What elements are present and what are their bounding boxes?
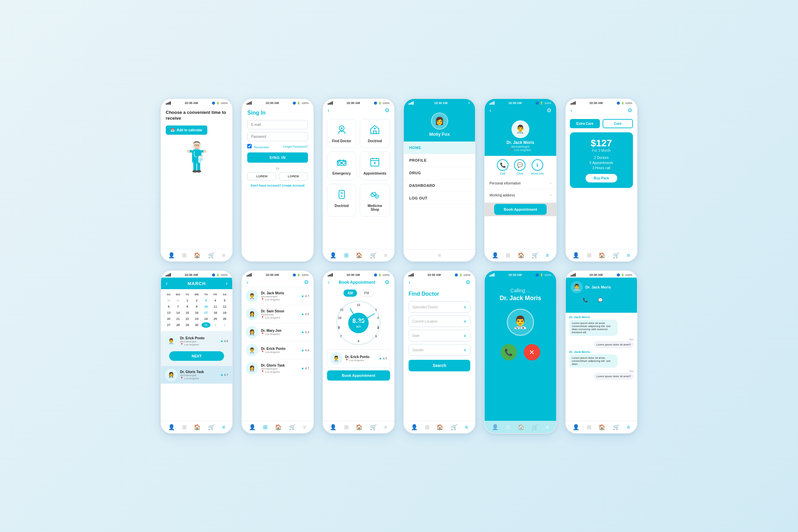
nav-home-10[interactable]: 🏠: [437, 424, 443, 430]
cal-5[interactable]: 5: [220, 298, 229, 303]
cal-31-prev[interactable]: 31: [174, 298, 182, 303]
tab-extra-care[interactable]: Extra Care: [570, 119, 600, 128]
back-icon-5[interactable]: ‹: [489, 107, 491, 114]
menu-item-appointments[interactable]: Appointments: [360, 151, 390, 180]
forget-password-link[interactable]: Forget Password?: [283, 145, 308, 148]
am-button[interactable]: AM: [343, 290, 357, 297]
nav-grid-7[interactable]: ⊞: [182, 424, 187, 430]
cal-8[interactable]: 8: [183, 304, 192, 309]
signin-button[interactable]: SING IN: [247, 152, 308, 163]
nav-profile-5[interactable]: 👤: [492, 252, 499, 258]
nav-grid-3[interactable]: ⊞: [344, 252, 349, 258]
doctor-mary[interactable]: 👩‍⚕️ Dr. Mary Jon 📍 Los Angeles ★4.3: [242, 323, 313, 341]
nav-home-5[interactable]: 🏠: [518, 252, 524, 258]
nav-profile-3[interactable]: 👤: [330, 252, 337, 258]
nav-profile-7[interactable]: 👤: [168, 424, 175, 430]
nav-cart-5[interactable]: 🛒: [532, 252, 538, 258]
nav-home-8[interactable]: 🏠: [275, 424, 282, 430]
nav-menu[interactable]: ≡: [222, 252, 225, 258]
filter-icon-10[interactable]: ⚙: [466, 279, 470, 285]
date-dropdown[interactable]: Date ∨: [409, 330, 470, 341]
nav-cart-8[interactable]: 🛒: [289, 424, 296, 430]
chat-call-button[interactable]: 📞 Call: [581, 295, 590, 309]
nav-menu-6[interactable]: ≡: [627, 252, 630, 258]
nav-home[interactable]: 🏠: [194, 252, 201, 258]
doctor-item-gloris[interactable]: 👩‍⚕️ Dr. Gloris Task dermatologist 📍 Los…: [161, 366, 232, 384]
doctor-item-erick[interactable]: 👨‍⚕️ Dr. Erick Ponto dermatologist 📍 Los…: [165, 333, 228, 349]
personal-info-row[interactable]: Personal information ›: [485, 177, 556, 189]
cal-22[interactable]: 22: [183, 316, 192, 322]
nav-profile-12[interactable]: 👤: [573, 424, 579, 430]
nav-cart-11[interactable]: 🛒: [532, 424, 538, 430]
cal-15[interactable]: 15: [183, 310, 192, 315]
cal-30[interactable]: 30: [164, 298, 173, 303]
nav-menu-9[interactable]: ≡: [384, 424, 387, 430]
cal-25[interactable]: 25: [211, 316, 220, 322]
filter-icon-6[interactable]: ⚙: [627, 107, 632, 114]
filter-icon[interactable]: ⚙: [385, 107, 389, 114]
chat-info-button[interactable]: ℹ More info: [611, 295, 622, 309]
menu-home[interactable]: HOME: [404, 142, 475, 154]
cal-1-next[interactable]: 1: [211, 322, 220, 328]
cal-11[interactable]: 11: [211, 304, 220, 309]
decline-call-button[interactable]: ✕: [524, 344, 540, 360]
doctor-jack[interactable]: 👨‍⚕️ Dr. Jack Moris dermatologist 📍 Los …: [242, 287, 313, 305]
filter-icon-8[interactable]: ⚙: [304, 279, 309, 285]
password-field[interactable]: [247, 132, 308, 141]
nav-profile[interactable]: 👤: [168, 252, 175, 258]
nav-menu-5[interactable]: ≡: [546, 252, 549, 258]
cal-18[interactable]: 18: [211, 310, 220, 315]
cal-30-2[interactable]: 30: [192, 322, 201, 328]
nav-home-9[interactable]: 🏠: [356, 424, 363, 430]
nav-cart-6[interactable]: 🛒: [613, 252, 620, 258]
cal-7[interactable]: 7: [174, 304, 182, 309]
accept-call-button[interactable]: 📞: [501, 344, 517, 360]
doctor-erick-list[interactable]: 👨‍⚕️ Dr. Erick Ponto 📍 Los Angeles ★4.5: [242, 341, 313, 359]
nav-menu-10[interactable]: ≡: [465, 424, 468, 430]
nav-grid-5[interactable]: ⊞: [506, 252, 510, 258]
email-field[interactable]: [247, 120, 308, 129]
nav-grid-6[interactable]: ⊞: [587, 252, 591, 258]
doctor-sam[interactable]: 👩‍⚕️ Dr. Sam Stoun Pedrtrician 📍 Los Ang…: [242, 305, 313, 323]
cal-21[interactable]: 21: [174, 316, 182, 322]
cal-3[interactable]: 3: [202, 298, 210, 303]
remember-checkbox[interactable]: [247, 144, 252, 148]
nav-profile-11[interactable]: 👤: [492, 424, 499, 430]
nav-grid-10[interactable]: ⊞: [425, 424, 429, 430]
next-button[interactable]: NEXT: [169, 351, 224, 361]
working-address-row[interactable]: Working address ›: [485, 189, 556, 201]
cal-12[interactable]: 12: [220, 304, 229, 309]
menu-drug[interactable]: DRUG: [404, 167, 475, 179]
buy-pack-button[interactable]: Buy Pack: [586, 174, 617, 182]
social-btn-1[interactable]: LOREM: [247, 172, 276, 180]
nav-home-12[interactable]: 🏠: [598, 424, 605, 430]
cal-14[interactable]: 14: [174, 310, 182, 315]
cal-28[interactable]: 28: [174, 322, 182, 328]
cal-13[interactable]: 13: [164, 310, 173, 315]
social-btn-2[interactable]: LOREM: [279, 172, 308, 180]
call-button[interactable]: 📞 Call: [497, 159, 508, 175]
cal-16[interactable]: 16: [192, 310, 201, 315]
tab-care[interactable]: Care: [603, 119, 633, 128]
cal-20[interactable]: 20: [164, 316, 173, 322]
nav-cart-12[interactable]: 🛒: [613, 424, 620, 430]
cal-2-next[interactable]: 2: [220, 322, 229, 328]
nav-grid-8[interactable]: ⊞: [263, 424, 267, 430]
nav-cart-9[interactable]: 🛒: [370, 424, 377, 430]
nav-home-7[interactable]: 🏠: [194, 424, 201, 430]
nav-profile-6[interactable]: 👤: [573, 252, 579, 258]
cal-17[interactable]: 17: [202, 310, 210, 315]
nav-grid[interactable]: ⊞: [182, 252, 187, 258]
menu-item-doctriod2[interactable]: Doctriod: [327, 184, 356, 217]
cal-19[interactable]: 19: [220, 310, 229, 315]
nav-menu-4[interactable]: ≡: [438, 252, 441, 258]
cal-1[interactable]: 1: [183, 298, 192, 303]
chat-chat-button[interactable]: 💬 Chat: [596, 295, 605, 309]
nav-cart-3[interactable]: 🛒: [370, 252, 377, 258]
nav-home-3[interactable]: 🏠: [356, 252, 363, 258]
doctor-gloris-list[interactable]: 👩‍⚕️ Dr. Gloris Task dermatologist 📍 Los…: [242, 359, 313, 377]
filter-icon-9[interactable]: ⚙: [385, 279, 389, 285]
chat-button[interactable]: 💬 Chat: [514, 159, 526, 175]
cal-4[interactable]: 4: [211, 298, 220, 303]
nav-grid-11[interactable]: ⊞: [506, 424, 510, 430]
